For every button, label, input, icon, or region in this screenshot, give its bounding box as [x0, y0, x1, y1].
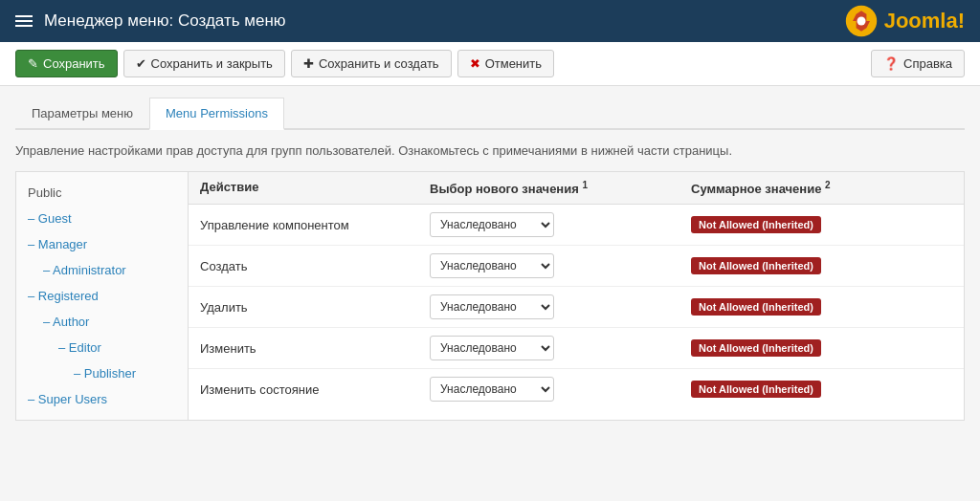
toolbar: ✎ Сохранить ✔ Сохранить и закрыть ✚ Сохр… — [0, 42, 980, 86]
select-wrapper: УнаследованоРазрешеноЗапрещено — [430, 294, 691, 319]
table-row: Управление компонентом УнаследованоРазре… — [189, 205, 964, 246]
tab-menu-permissions[interactable]: Menu Permissions — [149, 98, 284, 130]
select-wrapper: УнаследованоРазрешеноЗапрещено — [430, 212, 691, 237]
sidebar-item-administrator[interactable]: – Administrator — [16, 257, 188, 283]
sidebar-item-manager[interactable]: – Manager — [16, 231, 188, 257]
permission-badge: Not Allowed (Inherited) — [691, 298, 952, 316]
permissions-table-header: Действие Выбор нового значения 1 Суммарн… — [189, 172, 964, 205]
sidebar-item-superusers[interactable]: – Super Users — [16, 386, 188, 412]
action-label: Изменить — [200, 341, 430, 356]
help-button[interactable]: ❓ Справка — [871, 50, 965, 77]
action-label: Управление компонентом — [200, 218, 430, 232]
action-label: Изменить состояние — [200, 382, 430, 397]
permission-badge: Not Allowed (Inherited) — [691, 216, 952, 233]
permission-badge: Not Allowed (Inherited) — [691, 257, 952, 274]
select-wrapper: УнаследованоРазрешеноЗапрещено — [430, 253, 691, 278]
permissions-panel: Public – Guest – Manager – Administrator… — [15, 171, 965, 421]
permissions-table: Действие Выбор нового значения 1 Суммарн… — [189, 172, 964, 420]
sidebar-item-publisher[interactable]: – Publisher — [16, 360, 188, 386]
column-summary: Суммарное значение 2 — [691, 180, 952, 196]
sidebar-item-registered[interactable]: – Registered — [16, 283, 188, 309]
permission-select[interactable]: УнаследованоРазрешеноЗапрещено — [430, 253, 554, 278]
permission-select[interactable]: УнаследованоРазрешеноЗапрещено — [430, 212, 554, 237]
select-wrapper: УнаследованоРазрешеноЗапрещено — [430, 377, 691, 402]
table-row: Изменить состояние УнаследованоРазрешено… — [189, 369, 964, 409]
tab-bar: Параметры меню Menu Permissions — [15, 98, 965, 130]
permission-badge: Not Allowed (Inherited) — [691, 339, 952, 357]
content-area: Параметры меню Menu Permissions Управлен… — [0, 86, 980, 432]
permission-select[interactable]: УнаследованоРазрешеноЗапрещено — [430, 377, 554, 402]
sidebar-item-public[interactable]: Public — [16, 180, 188, 206]
column-new-value: Выбор нового значения 1 — [430, 180, 691, 196]
checkmark-icon: ✔ — [136, 56, 146, 71]
save-icon: ✎ — [28, 56, 38, 71]
cancel-icon: ✖ — [470, 56, 480, 71]
svg-point-1 — [857, 17, 865, 26]
help-icon: ❓ — [883, 56, 899, 71]
select-wrapper: УнаследованоРазрешеноЗапрещено — [430, 336, 691, 360]
action-label: Создать — [200, 259, 430, 273]
sidebar-item-guest[interactable]: – Guest — [16, 206, 188, 231]
save-close-button[interactable]: ✔ Сохранить и закрыть — [123, 50, 285, 77]
save-create-button[interactable]: ✚ Сохранить и создать — [291, 50, 452, 77]
joomla-logo-text: Joomla! — [884, 9, 965, 33]
hamburger-menu[interactable] — [15, 15, 33, 27]
save-button[interactable]: ✎ Сохранить — [15, 50, 118, 77]
page-title: Менеджер меню: Создать меню — [44, 11, 844, 31]
user-groups-sidebar: Public – Guest – Manager – Administrator… — [16, 172, 189, 420]
permission-badge: Not Allowed (Inherited) — [691, 381, 952, 398]
table-row: Создать УнаследованоРазрешеноЗапрещено N… — [189, 246, 964, 287]
page-description: Управление настройками прав доступа для … — [15, 143, 965, 158]
sidebar-item-author[interactable]: – Author — [16, 309, 188, 335]
column-action: Действие — [200, 180, 430, 196]
joomla-logo: Joomla! — [844, 4, 965, 38]
permission-select[interactable]: УнаследованоРазрешеноЗапрещено — [430, 336, 554, 360]
permission-select[interactable]: УнаследованоРазрешеноЗапрещено — [430, 294, 554, 319]
table-row: Удалить УнаследованоРазрешеноЗапрещено N… — [189, 287, 964, 328]
table-row: Изменить УнаследованоРазрешеноЗапрещено … — [189, 328, 964, 369]
tab-menu-params[interactable]: Параметры меню — [15, 98, 149, 128]
cancel-button[interactable]: ✖ Отменить — [457, 50, 554, 77]
app-header: Менеджер меню: Создать меню Joomla! — [0, 0, 980, 42]
action-label: Удалить — [200, 300, 430, 315]
sidebar-item-editor[interactable]: – Editor — [16, 335, 188, 360]
plus-icon: ✚ — [303, 56, 314, 71]
